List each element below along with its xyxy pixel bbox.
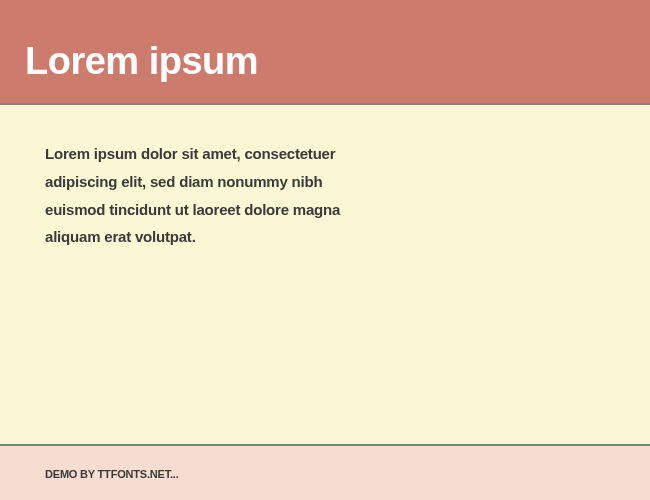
footer-bar: DEMO BY TTFONTS.NET... xyxy=(0,446,650,500)
page-title: Lorem ipsum xyxy=(25,40,625,83)
body-paragraph: Lorem ipsum dolor sit amet, consectetuer… xyxy=(45,140,385,251)
header-banner: Lorem ipsum xyxy=(0,0,650,105)
footer-text: DEMO BY TTFONTS.NET... xyxy=(45,468,179,480)
content-area: Lorem ipsum dolor sit amet, consectetuer… xyxy=(0,105,650,446)
